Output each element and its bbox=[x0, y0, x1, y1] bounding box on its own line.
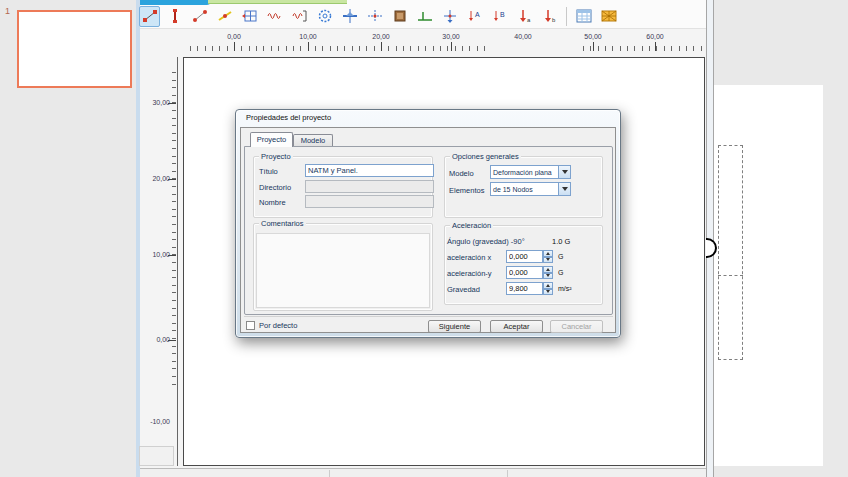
ruler-corner-box bbox=[139, 446, 174, 466]
project-properties-dialog: Propiedades del proyecto Proyecto Modelo… bbox=[235, 109, 621, 338]
standard-fixities-tool-icon[interactable] bbox=[364, 6, 385, 27]
elements-combobox-value: de 15 Nodos bbox=[491, 186, 558, 193]
h-ruler-label: 20,00 bbox=[364, 33, 398, 40]
slide-thumbnail[interactable] bbox=[17, 10, 132, 88]
spin-down-icon[interactable] bbox=[543, 257, 553, 264]
status-cell-separator bbox=[329, 470, 330, 477]
model-combobox[interactable]: Deformación plana bbox=[490, 165, 571, 179]
slide-number: 1 bbox=[5, 6, 10, 16]
v-ruler-label: 10,00 bbox=[140, 251, 170, 258]
geometry-toolbar: A B a b bbox=[139, 4, 619, 28]
chevron-down-icon bbox=[562, 187, 568, 191]
gravity-spinner[interactable] bbox=[543, 282, 553, 295]
accel-y-spinner[interactable] bbox=[543, 266, 553, 279]
v-ruler-label: 30,00 bbox=[140, 99, 170, 106]
node-to-node-anchor-tool-icon[interactable] bbox=[214, 6, 235, 27]
project-tab-page: Proyecto Título Directorio Nombre Coment… bbox=[244, 146, 613, 315]
directory-label: Directorio bbox=[259, 183, 291, 192]
tunnel-designer-tool-icon[interactable] bbox=[239, 6, 260, 27]
v-ruler-axis bbox=[177, 57, 178, 466]
v-ruler-label: -10,00 bbox=[140, 418, 170, 425]
screen: 1 bbox=[0, 0, 848, 477]
chevron-down-icon bbox=[562, 170, 568, 174]
gravity-angle-label: Ángulo (gravedad) -90° bbox=[447, 237, 525, 246]
default-checkbox[interactable] bbox=[246, 321, 255, 330]
prescribed-displacement-tool-icon[interactable] bbox=[439, 6, 460, 27]
ground-fixity-tool-icon[interactable] bbox=[414, 6, 435, 27]
next-button[interactable]: Siguiente bbox=[428, 320, 481, 333]
hinge-tool-icon[interactable] bbox=[339, 6, 360, 27]
h-ruler-major-tick bbox=[308, 42, 309, 51]
accel-x-unit: G bbox=[558, 253, 563, 260]
h-ruler-label: 30,00 bbox=[434, 33, 468, 40]
title-label: Título bbox=[259, 167, 278, 176]
dialog-client-area: Proyecto Modelo Proyecto Título Director… bbox=[240, 127, 616, 333]
v-ruler-label: 0,00 bbox=[140, 336, 170, 343]
load-system-b-tool-icon[interactable]: B bbox=[489, 6, 510, 27]
svg-text:A: A bbox=[475, 11, 480, 18]
accel-y-label: aceleración-y bbox=[447, 269, 492, 278]
accel-y-unit: G bbox=[558, 269, 563, 276]
v-ruler-major-tick bbox=[168, 340, 176, 341]
interface-tool-icon[interactable] bbox=[289, 6, 310, 27]
h-ruler-major-tick bbox=[451, 42, 452, 51]
v-ruler-major-tick bbox=[168, 179, 176, 180]
h-ruler-label: 60,00 bbox=[638, 33, 672, 40]
h-ruler-label: 40,00 bbox=[506, 33, 540, 40]
v-ruler-major-tick bbox=[168, 255, 176, 256]
accel-x-input[interactable] bbox=[506, 250, 543, 263]
accel-y-input[interactable] bbox=[506, 266, 543, 279]
h-ruler-label: 10,00 bbox=[291, 33, 325, 40]
h-ruler-major-tick bbox=[381, 42, 382, 51]
cancel-button[interactable]: Cancelar bbox=[550, 320, 603, 333]
tunnel-tool-icon[interactable] bbox=[314, 6, 335, 27]
toolbar-separator bbox=[566, 7, 567, 26]
elements-combobox-dropdown-button[interactable] bbox=[558, 183, 570, 195]
title-input[interactable] bbox=[305, 164, 434, 177]
point-load-b-tool-icon[interactable]: b bbox=[539, 6, 560, 27]
geogrid-tool-icon[interactable] bbox=[189, 6, 210, 27]
name-label: Nombre bbox=[259, 198, 286, 207]
spin-down-icon[interactable] bbox=[543, 273, 553, 280]
h-ruler-major-tick bbox=[593, 42, 594, 51]
spin-down-icon[interactable] bbox=[543, 289, 553, 296]
gravity-angle-value: 1.0 G bbox=[552, 237, 570, 246]
point-load-a-tool-icon[interactable]: a bbox=[514, 6, 535, 27]
selection-tool-icon[interactable] bbox=[139, 6, 160, 27]
general-options-group-label: Opciones generales bbox=[450, 152, 521, 161]
status-bar bbox=[140, 468, 706, 477]
fixed-end-anchor-tool-icon[interactable] bbox=[264, 6, 285, 27]
v-ruler-label: 20,00 bbox=[140, 175, 170, 182]
h-ruler-label: 50,00 bbox=[576, 33, 610, 40]
h-ruler-label: 0,00 bbox=[217, 33, 251, 40]
material-sets-box-tool-icon[interactable] bbox=[389, 6, 410, 27]
status-cell-separator bbox=[507, 470, 508, 477]
comments-group-label: Comentarios bbox=[259, 219, 306, 228]
comments-textarea[interactable] bbox=[256, 233, 430, 308]
load-system-a-tool-icon[interactable]: A bbox=[464, 6, 485, 27]
default-checkbox-label: Por defecto bbox=[259, 321, 297, 330]
generate-mesh-tool-icon[interactable] bbox=[598, 6, 619, 27]
name-input bbox=[305, 195, 434, 208]
v-ruler-major-tick bbox=[168, 103, 176, 104]
gravity-label: Gravedad bbox=[447, 285, 480, 294]
model-label: Modelo bbox=[449, 169, 474, 178]
acceleration-group-label: Aceleración bbox=[450, 221, 493, 230]
elements-label: Elementos bbox=[449, 186, 484, 195]
gravity-input[interactable] bbox=[506, 282, 543, 295]
h-ruler-major-tick bbox=[234, 42, 235, 51]
accel-x-spinner[interactable] bbox=[543, 250, 553, 263]
tab-proyecto[interactable]: Proyecto bbox=[250, 132, 293, 147]
elements-combobox[interactable]: de 15 Nodos bbox=[490, 182, 571, 196]
svg-text:B: B bbox=[500, 11, 505, 18]
accept-button[interactable]: Aceptar bbox=[490, 320, 543, 333]
model-combobox-dropdown-button[interactable] bbox=[558, 166, 570, 178]
plate-tool-icon[interactable] bbox=[164, 6, 185, 27]
material-sets-table-tool-icon[interactable] bbox=[573, 6, 594, 27]
project-group-label: Proyecto bbox=[259, 152, 293, 161]
model-combobox-value: Deformación plana bbox=[491, 169, 558, 176]
svg-text:a: a bbox=[527, 17, 531, 23]
content-placeholder-divider bbox=[718, 275, 743, 276]
directory-input bbox=[305, 180, 434, 193]
dialog-bottom-separator bbox=[244, 316, 613, 317]
